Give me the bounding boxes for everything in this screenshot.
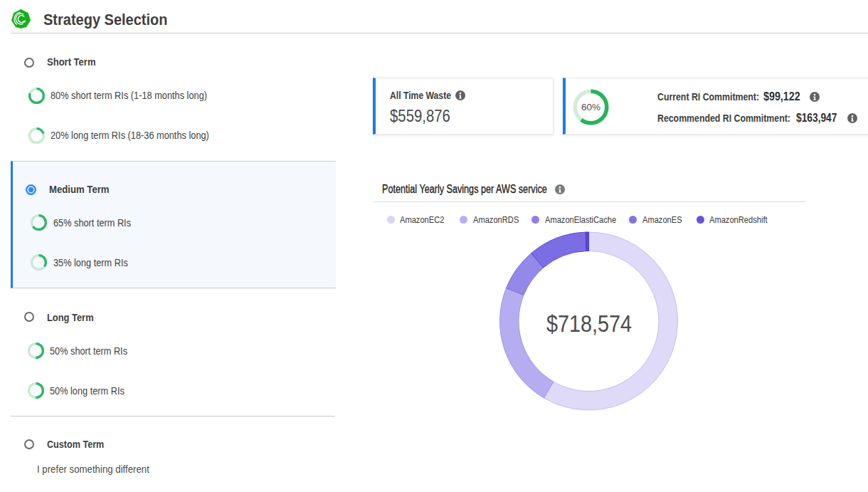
svg-text:60%: 60%: [581, 102, 600, 112]
